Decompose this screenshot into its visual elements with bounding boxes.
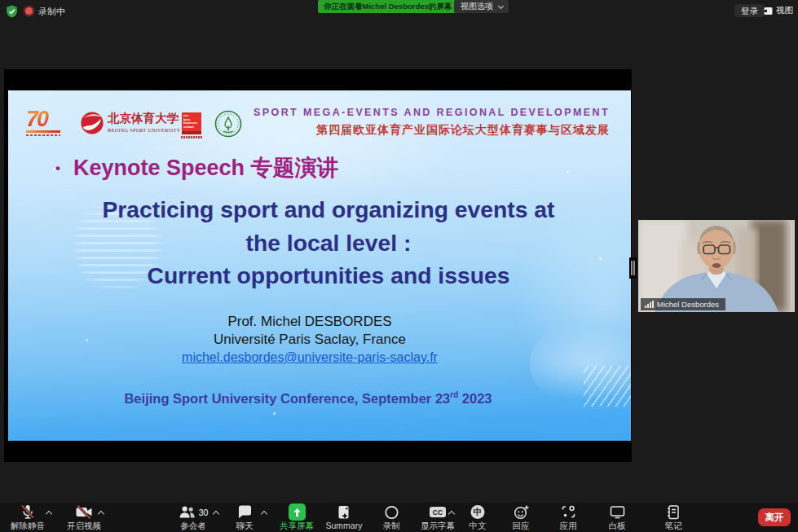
keynote-heading: •Keynote Speech 专题演讲 [55,153,339,182]
leave-button[interactable]: 离开 [758,508,791,526]
connection-signal-icon [645,301,654,308]
language-icon: 中 [471,505,485,519]
captions-button[interactable]: CC 显示字幕 [421,505,455,532]
summary-icon [337,505,351,520]
share-screen-icon [289,503,306,521]
conference-footer: Beijing Sport University Conference, Sep… [8,390,619,407]
conference-title-en: SPORT MEGA-EVENTS AND REGIONAL DEVELOPME… [254,107,610,118]
view-options-button[interactable]: 视图选项 [454,0,509,13]
unmute-options-chevron[interactable] [46,511,52,517]
record-icon [384,505,399,520]
slide-title: Practicing sport and organizing events a… [17,193,631,292]
record-button[interactable]: 录制 [383,505,400,532]
recording-dot-icon [25,7,33,15]
participants-button[interactable]: 30 参会者 [179,505,209,532]
security-shield-icon[interactable] [6,5,18,18]
beijing-sport-university-logo: 北京体育大学 BEIJING SPORT UNIVERSITY [80,111,180,135]
apps-button[interactable]: 应用 [560,505,577,532]
view-button[interactable]: 视图 [764,4,793,17]
participants-count: 30 [199,508,209,517]
whiteboard-button[interactable]: 白板 [609,505,626,532]
share-screen-button[interactable]: 共享屏幕 [280,505,314,532]
camera-off-icon [74,504,94,520]
summary-button[interactable]: Summary [326,505,363,530]
emlyon-sub-text [181,136,202,138]
chat-icon [237,505,252,519]
reactions-icon [513,505,529,520]
notes-button[interactable]: 笔记 [665,505,682,532]
sign-in-button[interactable]: 登录 [734,4,765,17]
captions-icon: CC [430,507,446,517]
watching-screen-banner: 你正在观看Michel Desbordes的屏幕 [318,0,457,13]
mic-muted-icon [19,504,37,520]
shared-screen-area: 70 北京体育大学 BEIJING SPORT UNIVERSITY em ly… [4,69,632,462]
bsu-name-en: BEIJING SPORT UNIVERSITY [108,128,180,133]
start-video-button[interactable]: 开启视频 [67,505,101,532]
apps-icon [561,505,575,519]
language-button[interactable]: 中 中文 [470,505,487,532]
recording-status-label: 录制中 [38,6,65,18]
panel-resize-handle[interactable] [629,257,637,279]
participant-name-label: Michel Desbordes [641,298,725,310]
view-layout-icon [764,7,773,15]
reactions-button[interactable]: 回应 [513,505,530,532]
decor-dots [8,90,11,93]
participants-icon [179,505,196,519]
emlyon-logo: em lyon business school [182,112,201,134]
conference-title-cn: 第四届欧亚体育产业国际论坛大型体育赛事与区域发展 [254,123,610,138]
bsu-swirl-icon [80,111,104,135]
anniversary-70-logo: 70 [26,108,64,138]
speaker-affiliation: Université Paris Saclay, France [8,331,621,349]
presentation-slide: 70 北京体育大学 BEIJING SPORT UNIVERSITY em ly… [8,90,631,441]
speaker-block: Prof. Michel DESBORDES Université Paris … [8,313,621,367]
caret-down-icon [498,3,504,9]
whiteboard-icon [609,505,625,519]
chat-options-chevron[interactable] [261,511,267,517]
green-emblem-logo [214,109,243,138]
meeting-toolbar: 解除静音 开启视频 30 参会者 [0,503,798,532]
bsu-name-cn: 北京体育大学 [108,111,180,126]
participants-options-chevron[interactable] [213,511,219,517]
speaker-email-link[interactable]: michel.desbordes@universite-paris-saclay… [182,350,438,364]
participant-video-tile[interactable]: Michel Desbordes [638,220,795,312]
chat-button[interactable]: 聊天 [236,505,254,532]
unmute-button[interactable]: 解除静音 [11,505,45,532]
meeting-top-bar: 录制中 你正在观看Michel Desbordes的屏幕 视图选项 登录 视图 [0,0,798,21]
speaker-name: Prof. Michel DESBORDES [8,313,621,331]
notes-icon [667,505,681,520]
